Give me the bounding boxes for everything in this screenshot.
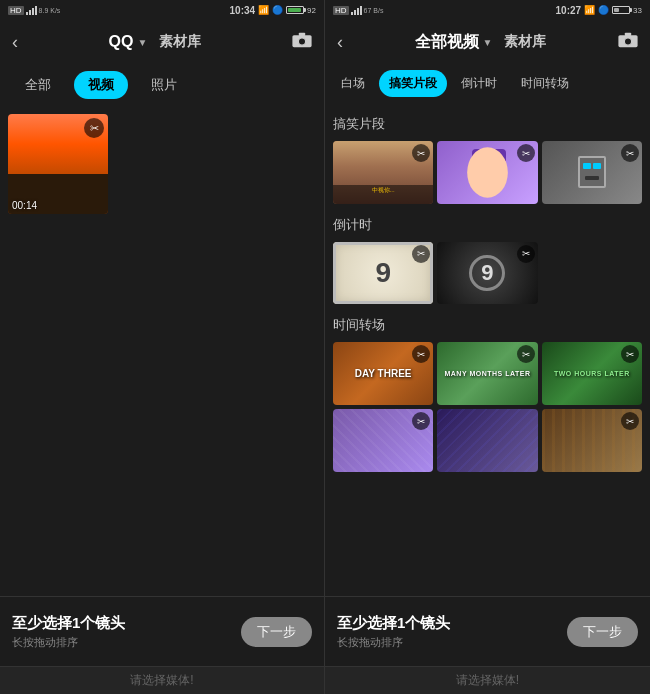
right-tab-countdown[interactable]: 倒计时: [451, 70, 507, 97]
right-battery-fill: [614, 8, 619, 12]
left-time: 10:34: [230, 5, 256, 16]
right-back-button[interactable]: ‹: [337, 32, 343, 53]
comedy2-scissors[interactable]: ✂: [517, 144, 535, 162]
right-tab-timescene[interactable]: 时间转场: [511, 70, 579, 97]
countdown-thumb-2[interactable]: 9 ✂: [437, 242, 537, 305]
countdown2-scissors[interactable]: ✂: [517, 245, 535, 263]
left-status-right: 10:34 📶 🔵 92: [230, 5, 316, 16]
bar4: [35, 6, 37, 15]
left-filter-tabs: 全部 视频 照片: [0, 64, 324, 106]
right-panel: HD 67 B/s 10:27 📶 🔵 33 ‹ 全部视频 ▼ 素材库: [325, 0, 650, 694]
right-top-nav: ‹ 全部视频 ▼ 素材库: [325, 20, 650, 64]
right-wifi-icon: 📶: [584, 5, 595, 15]
right-bottom-bar: 至少选择1个镜头 长按拖动排序 下一步: [325, 596, 650, 666]
left-dropdown-arrow[interactable]: ▼: [137, 37, 147, 48]
svg-rect-5: [625, 32, 631, 35]
timescene-thumb-daythree[interactable]: DAY THREE ✂: [333, 342, 433, 405]
right-time: 10:27: [556, 5, 582, 16]
left-media-grid: ✂ 00:14: [0, 106, 324, 596]
left-thumb1-duration: 00:14: [12, 200, 37, 211]
left-signal: [26, 6, 37, 15]
right-tab-whitescene[interactable]: 白场: [331, 70, 375, 97]
left-title-text: QQ: [109, 33, 134, 51]
timescene-grid: DAY THREE ✂ MANY MONTHS LATER ✂ TWO HOUR…: [333, 342, 642, 471]
timescene-thumb-r4-1[interactable]: ✂: [333, 409, 433, 472]
comedy-grid: 中视你... ✂ ✂: [333, 141, 642, 204]
right-bottom-sub: 长按拖动排序: [337, 635, 450, 650]
right-tab-comedy[interactable]: 搞笑片段: [379, 70, 447, 97]
svg-rect-2: [299, 32, 305, 35]
comedy-thumb-2[interactable]: ✂: [437, 141, 537, 204]
left-speed: 8.9 K/s: [39, 7, 61, 14]
section-comedy-title: 搞笑片段: [333, 115, 642, 133]
left-camera-icon[interactable]: [292, 32, 312, 53]
left-back-button[interactable]: ‹: [12, 32, 18, 53]
comedy-thumb-3[interactable]: ✂: [542, 141, 642, 204]
comedy-thumb-1[interactable]: 中视你... ✂: [333, 141, 433, 204]
section-countdown-title: 倒计时: [333, 216, 642, 234]
countdown1-scissors[interactable]: ✂: [412, 245, 430, 263]
bar1: [26, 12, 28, 15]
right-speed: 67 B/s: [364, 7, 384, 14]
timescene-thumb-monthslater[interactable]: MANY MONTHS LATER ✂: [437, 342, 537, 405]
right-camera-icon[interactable]: [618, 32, 638, 53]
right-next-button[interactable]: 下一步: [567, 617, 638, 647]
bar2: [29, 10, 31, 15]
right-bottom-main: 至少选择1个镜头: [337, 614, 450, 633]
right-battery-label: 33: [633, 6, 642, 15]
left-library-text[interactable]: 素材库: [159, 33, 201, 51]
section-timescene-title: 时间转场: [333, 316, 642, 334]
left-next-button[interactable]: 下一步: [241, 617, 312, 647]
comedy3-scissors[interactable]: ✂: [621, 144, 639, 162]
left-top-nav: ‹ QQ ▼ 素材库: [0, 20, 324, 64]
left-wifi-icon: 📶: [258, 5, 269, 15]
bar3: [32, 8, 34, 15]
svg-point-1: [298, 38, 305, 45]
left-status-bar: HD 8.9 K/s 10:34 📶 🔵 92: [0, 0, 324, 20]
left-thumb1-scissors[interactable]: ✂: [84, 118, 104, 138]
left-tab-video[interactable]: 视频: [74, 71, 128, 99]
right-title-text[interactable]: 全部视频: [415, 32, 479, 53]
svg-point-4: [624, 38, 631, 45]
countdown-thumb-1[interactable]: 9 ✂: [333, 242, 433, 305]
right-bottom-text-group: 至少选择1个镜头 长按拖动排序: [337, 614, 450, 650]
left-status-left: HD 8.9 K/s: [8, 6, 60, 15]
rbar2: [354, 10, 356, 15]
timescene-thumb-r4-3[interactable]: ✂: [542, 409, 642, 472]
left-bottom-bar: 至少选择1个镜头 长按拖动排序 下一步: [0, 596, 324, 666]
countdown-grid: 9 ✂ 9 ✂: [333, 242, 642, 305]
left-tab-photo[interactable]: 照片: [136, 70, 192, 100]
right-nav-title: 全部视频 ▼ 素材库: [415, 32, 547, 53]
right-signal: [351, 6, 362, 15]
monthslater-scissors[interactable]: ✂: [517, 345, 535, 363]
rbar4: [360, 6, 362, 15]
right-dropdown-arrow[interactable]: ▼: [483, 37, 493, 48]
right-status-bar: HD 67 B/s 10:27 📶 🔵 33: [325, 0, 650, 20]
left-bottom-sub: 长按拖动排序: [12, 635, 125, 650]
right-bt-icon: 🔵: [598, 5, 609, 15]
left-network-label: HD: [8, 6, 24, 15]
left-battery-label: 92: [307, 6, 316, 15]
left-media-thumb-1[interactable]: ✂ 00:14: [8, 114, 108, 214]
right-bottom-notice: 请选择媒体!: [325, 666, 650, 694]
right-bottom-row1: 至少选择1个镜头 长按拖动排序 下一步: [337, 614, 638, 650]
r4-3-scissors[interactable]: ✂: [621, 412, 639, 430]
right-battery: [612, 6, 630, 14]
left-bt-icon: 🔵: [272, 5, 283, 15]
left-nav-title: QQ ▼ 素材库: [109, 33, 202, 51]
left-bottom-main: 至少选择1个镜头: [12, 614, 125, 633]
timescene-thumb-twohrslater[interactable]: TWO HOURS LATER ✂: [542, 342, 642, 405]
right-status-right: 10:27 📶 🔵 33: [556, 5, 642, 16]
left-tab-all[interactable]: 全部: [10, 70, 66, 100]
left-bottom-text-group: 至少选择1个镜头 长按拖动排序: [12, 614, 125, 650]
left-battery: [286, 6, 304, 14]
left-bottom-row1: 至少选择1个镜头 长按拖动排序 下一步: [12, 614, 312, 650]
left-bottom-notice: 请选择媒体!: [0, 666, 324, 694]
right-status-left: HD 67 B/s: [333, 6, 383, 15]
right-network-label: HD: [333, 6, 349, 15]
left-battery-fill: [288, 8, 301, 12]
rbar3: [357, 8, 359, 15]
timescene-thumb-r4-2[interactable]: [437, 409, 537, 472]
right-content: 搞笑片段 中视你... ✂ ✂: [325, 103, 650, 596]
right-library-text[interactable]: 素材库: [504, 33, 546, 51]
